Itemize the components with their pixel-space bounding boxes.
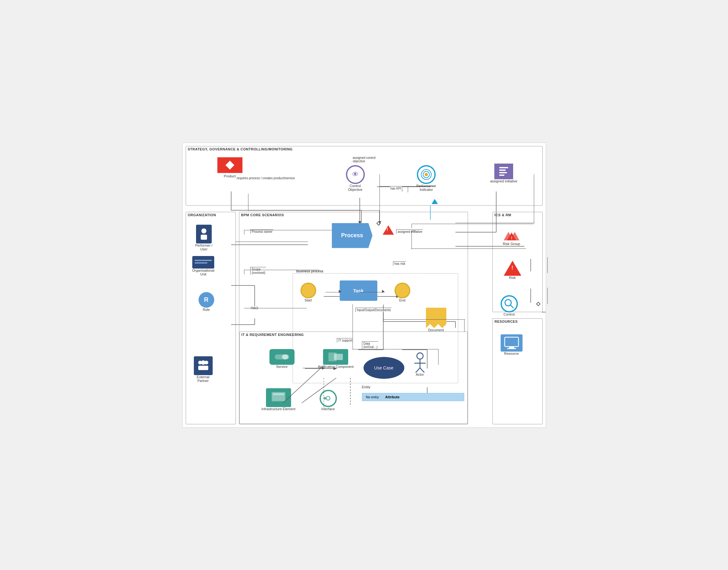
risk-ctrl-line (547, 288, 548, 304)
bpm-section: BPM CORE SCENARIOS Process owner Process… (239, 212, 468, 424)
task-doc-v (383, 304, 384, 320)
assigned-control-label: assigned controlobjective (352, 156, 376, 163)
control-shape (501, 295, 518, 312)
perf-ind-circle (417, 165, 436, 184)
data-usecase-v (438, 349, 439, 365)
assigned-initiative-label: assigned initiative (396, 229, 423, 234)
org-unit-icon-box: OrganisationalUnit (192, 256, 214, 276)
service-icon-box: Service (269, 349, 295, 368)
svg-rect-36 (499, 170, 506, 171)
assigned-init-connector (411, 224, 416, 228)
svg-rect-40 (201, 235, 207, 240)
diamond-icon (536, 301, 540, 306)
doc-v (464, 319, 465, 332)
infra-label: Infrastructure Element (261, 407, 296, 411)
product-process-v (379, 210, 380, 225)
infra-icon (270, 391, 287, 404)
attribute-box: No entry Attribute (362, 393, 464, 401)
start-icon-box: Start (301, 283, 316, 302)
svg-rect-47 (198, 366, 208, 370)
product-h-line (248, 210, 380, 211)
svg-rect-55 (273, 393, 284, 395)
bullseye-icon (420, 168, 432, 181)
product-down-line (248, 194, 249, 211)
svg-rect-72 (507, 348, 516, 349)
has-risk-connector (411, 231, 416, 249)
interface-icon (323, 393, 334, 404)
process-diamond-top (377, 222, 380, 225)
has-kpi-label: has KPI (390, 187, 402, 191)
scope-line (244, 270, 319, 270)
service-app-line (303, 368, 325, 368)
process-owner-connector (244, 230, 276, 234)
task-shape: Task (340, 280, 377, 301)
group-people-icon (196, 359, 210, 372)
perf-indicator-label: PerformanceIndicator (416, 184, 436, 192)
strategy-title: STRATEGY, GOVERNANCE & CONTROLLING/MONIT… (186, 147, 542, 152)
kpi-h-line (379, 186, 434, 187)
svg-rect-70 (505, 337, 519, 347)
org-section: ORGANIZATION Performer /User Organisatio… (186, 212, 236, 424)
resources-title: RESOURCES (493, 319, 542, 324)
svg-marker-48 (426, 308, 446, 328)
diagram-container: STRATEGY, GOVERNANCE & CONTROLLING/MONIT… (182, 142, 546, 428)
person-icon (199, 228, 209, 240)
svg-point-39 (201, 229, 206, 234)
initiative-icon (498, 166, 509, 177)
requires-label: requires process / creates product/servi… (236, 176, 296, 180)
scope-label: Scope(involved) (250, 267, 266, 275)
resource-shape (501, 334, 523, 352)
ics-title: ICS & RM (493, 212, 542, 218)
task-doc-h (383, 319, 465, 320)
svg-point-46 (201, 360, 205, 365)
svg-point-56 (326, 396, 330, 400)
resource-label: Resource (504, 352, 519, 355)
data-usecase-line (383, 349, 438, 350)
product-shape (217, 157, 242, 173)
initiative-label: assigned initiative (490, 179, 518, 183)
magnifier-icon (503, 298, 515, 309)
document-icon-box: Document (426, 308, 446, 332)
role-icon-box: R Role (199, 292, 214, 311)
rg-risk-line (547, 257, 548, 273)
process-warning (383, 225, 394, 235)
resources-section: RESOURCES Resource (493, 318, 543, 424)
task-icon-box: Task (340, 280, 377, 301)
service-icon (274, 352, 290, 361)
actor-icon-box: Actor (414, 352, 426, 376)
eye-icon: 👁 (352, 171, 359, 179)
svg-point-34 (425, 173, 428, 176)
interface-icon-box: Interface (320, 390, 337, 411)
risk-group-shape: ! (501, 223, 523, 242)
scope-connector (244, 270, 248, 274)
has-risk-line (411, 249, 526, 249)
diamond-connector (376, 221, 380, 225)
it-support-label: IT support (337, 338, 353, 342)
assigned-init-line (411, 224, 534, 224)
bpm-title: BPM CORE SCENARIOS (239, 212, 468, 218)
start-label: Start (305, 298, 312, 302)
app-comp-shape (323, 349, 348, 365)
ics-section: ICS & RM ! Risk Group ! Risk (493, 212, 543, 312)
perf-indicator-icon-box: PerformanceIndicator (416, 165, 436, 192)
no-entry-label: No entry (366, 395, 379, 399)
resource-icon-box: Resource (501, 334, 523, 355)
raci-line (244, 308, 307, 309)
it-title: IT & REQUIREMENT ENGINEERING (240, 332, 467, 337)
end-shape (395, 283, 410, 298)
document-icon (426, 308, 446, 328)
control-objective-label: ControlObjective (348, 184, 363, 192)
risk-group-icon: ! (501, 223, 523, 242)
org-unit-icon (192, 256, 214, 269)
initiative-icon-box: assigned initiative (490, 164, 518, 183)
svg-rect-42 (195, 260, 212, 261)
service-label: Service (276, 365, 288, 368)
product-diamond (225, 161, 234, 169)
initiative-h-line (456, 223, 534, 223)
app-comp-icon (328, 352, 343, 362)
org-unit-label: OrganisationalUnit (192, 269, 214, 276)
has-risk-label: has risk (393, 261, 406, 266)
svg-line-62 (416, 368, 420, 372)
warning-icon (383, 225, 394, 235)
risk-label: Risk (509, 276, 516, 280)
